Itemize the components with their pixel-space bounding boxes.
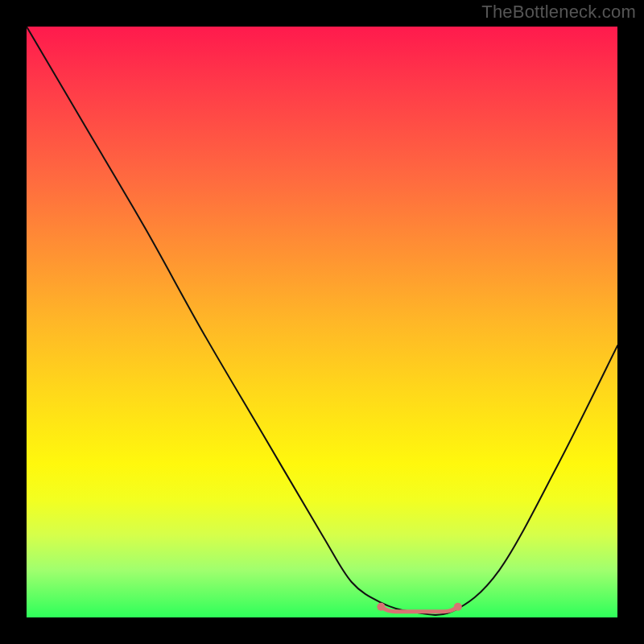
watermark: TheBottleneck.com [481, 2, 636, 23]
chart-frame: TheBottleneck.com [0, 0, 644, 644]
curve-svg [27, 27, 617, 617]
optimal-end-dot [454, 603, 462, 611]
bottleneck-curve [27, 27, 617, 615]
optimal-start-dot [377, 603, 385, 611]
plot-area [27, 27, 617, 617]
